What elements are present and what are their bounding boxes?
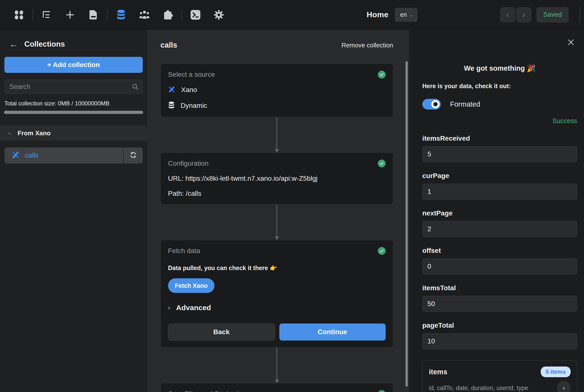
xano-logo-icon: [168, 86, 175, 94]
source-option-xano[interactable]: Xano: [168, 86, 386, 94]
field-value-input[interactable]: [422, 184, 577, 200]
add-collection-button[interactable]: + Add collection: [4, 57, 143, 73]
toolbar-divider: [33, 9, 33, 20]
field-value-input[interactable]: [422, 146, 577, 162]
field-value-input[interactable]: [422, 296, 577, 312]
data-field-offset: offset: [422, 247, 577, 274]
data-preview-panel: We got something 🎉 Here is your data, ch…: [409, 30, 584, 392]
continue-button[interactable]: Continue: [279, 324, 386, 340]
vertical-scrollbar[interactable]: [406, 61, 408, 387]
collection-item-label: calls: [25, 152, 39, 159]
advanced-toggle[interactable]: › Advanced: [168, 304, 386, 312]
items-label: items: [429, 368, 447, 376]
saved-status-button[interactable]: Saved: [537, 7, 568, 22]
collection-item-calls[interactable]: calls: [4, 148, 143, 164]
fetch-xano-button[interactable]: Fetch Xano: [168, 278, 214, 293]
check-circle-icon: [378, 71, 386, 78]
chevron-down-icon: ⌄: [409, 12, 414, 18]
toolbar-divider: [580, 7, 580, 22]
field-value-input[interactable]: [422, 333, 577, 349]
search-input[interactable]: [4, 80, 143, 94]
group-label: From Xano: [18, 130, 51, 137]
items-object-card: items 5 items id, callTo, date, duration…: [422, 360, 577, 392]
field-value-input[interactable]: [422, 258, 577, 274]
workflow-connector-arrow: [160, 204, 393, 240]
field-label: pageTotal: [422, 322, 577, 329]
step-card-configuration[interactable]: Configuration URL: https://x8ki-letl-twm…: [160, 152, 393, 204]
step-title: Configuration: [168, 160, 209, 167]
history-nav: ‹ ›: [500, 7, 531, 22]
data-field-itemsReceived: itemsReceived: [422, 134, 577, 162]
collections-sidebar: ← Collections + Add collection Total col…: [0, 30, 147, 392]
apps-grid-icon[interactable]: [14, 10, 24, 20]
field-value-input[interactable]: [422, 221, 577, 237]
undo-back-button[interactable]: ‹: [500, 7, 515, 22]
remove-collection-button[interactable]: Remove collection: [342, 42, 393, 49]
expand-items-button[interactable]: ›: [557, 381, 571, 392]
toolbar-divider: [181, 9, 182, 20]
field-label: curPage: [422, 172, 577, 180]
refresh-icon: [130, 151, 137, 160]
settings-icon[interactable]: [213, 10, 224, 20]
collection-size-progressbar: [4, 111, 143, 114]
source-option-dynamic[interactable]: Dynamic: [168, 101, 386, 110]
source-label: Dynamic: [181, 102, 207, 110]
status-badge: Success: [422, 117, 577, 125]
config-path-text: Path: /calls: [168, 190, 386, 198]
advanced-label: Advanced: [176, 304, 211, 312]
back-arrow-icon[interactable]: ←: [9, 40, 18, 48]
users-icon[interactable]: [139, 10, 150, 20]
add-collection-label: + Add collection: [47, 61, 100, 69]
collection-title: calls: [160, 41, 177, 50]
fetch-message: Data pulled, you can check it there 👉: [168, 264, 386, 272]
check-circle-icon: [378, 160, 386, 167]
plugins-icon[interactable]: [162, 10, 173, 20]
collection-item-main[interactable]: calls: [4, 148, 123, 164]
data-field-curPage: curPage: [422, 172, 577, 200]
config-url-text: URL: https://x8ki-letl-twmt.n7.xano.io/a…: [168, 175, 386, 182]
top-toolbar: Home en ⌄ ‹ › Saved: [0, 0, 584, 30]
chevron-right-icon: ›: [168, 304, 170, 312]
step-title: Fetch data: [168, 247, 200, 255]
formated-toggle[interactable]: [422, 99, 441, 110]
language-value: en: [400, 11, 407, 18]
workflow-connector-arrow: [160, 348, 393, 383]
collection-size-text: Total collection size: 0MB / 10000000MB: [4, 100, 143, 107]
pages-icon[interactable]: [88, 10, 99, 20]
check-circle-icon: [378, 247, 386, 255]
data-icon[interactable]: [116, 10, 126, 20]
sidebar-group-from-xano[interactable]: ⌄ From Xano: [0, 126, 147, 140]
preview-subheading: Here is your data, check it out:: [422, 82, 577, 90]
toggle-knob: [431, 100, 440, 108]
field-label: itemsTotal: [422, 284, 577, 292]
search-icon: [132, 83, 139, 91]
language-selector[interactable]: en ⌄: [395, 8, 418, 22]
formated-toggle-label: Formated: [450, 100, 480, 108]
collection-editor-panel: calls Remove collection Select a source …: [147, 30, 409, 392]
step-card-select-source[interactable]: Select a source Xano Dynamic: [160, 64, 393, 117]
redo-forward-button[interactable]: ›: [516, 7, 531, 22]
check-circle-icon: [378, 390, 386, 392]
step-title: Select a source: [168, 71, 215, 78]
workflow-connector-arrow: [160, 117, 393, 152]
items-keys-text: id, callTo, date, duration, userId, type: [429, 384, 528, 392]
xano-logo-icon: [12, 151, 20, 160]
step-title: Sort, Filter and Pagination: [168, 390, 247, 392]
step-card-fetch-data[interactable]: Fetch data Data pulled, you can check it…: [160, 240, 393, 348]
field-label: nextPage: [422, 209, 577, 217]
terminal-icon[interactable]: [190, 10, 201, 20]
app-window: Home en ⌄ ‹ › Saved ← Collections + Add …: [0, 0, 584, 392]
close-icon[interactable]: [565, 37, 576, 48]
source-label: Xano: [181, 86, 197, 94]
layer-tree-icon[interactable]: [41, 10, 52, 20]
preview-heading: We got something 🎉: [422, 64, 577, 72]
data-field-pageTotal: pageTotal: [422, 322, 577, 349]
refresh-collection-button[interactable]: [124, 148, 143, 164]
fetch-xano-label: Fetch Xano: [175, 282, 208, 289]
data-field-itemsTotal: itemsTotal: [422, 284, 577, 312]
add-icon[interactable]: [65, 10, 75, 20]
back-button[interactable]: Back: [168, 324, 275, 340]
sidebar-title: Collections: [24, 40, 65, 48]
step-card-sort-filter-pagination[interactable]: Sort, Filter and Pagination Collection s…: [160, 383, 393, 392]
field-label: itemsReceived: [422, 134, 577, 142]
